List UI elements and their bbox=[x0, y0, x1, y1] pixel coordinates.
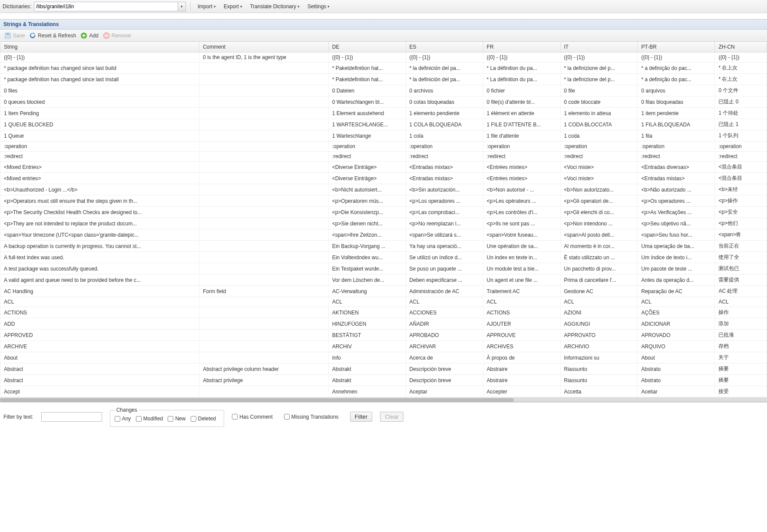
cell-string[interactable]: <Mixed Entries> bbox=[0, 162, 199, 173]
cell-string[interactable]: * package definition has changed since l… bbox=[0, 74, 199, 85]
cell-it[interactable]: <b>Non autorizzato... bbox=[560, 184, 638, 195]
cell-it[interactable]: :operation bbox=[560, 142, 638, 152]
cell-fr[interactable]: 1 file d'attente bbox=[483, 130, 560, 142]
cell-es[interactable]: 0 archivos bbox=[406, 85, 483, 96]
cell-zh[interactable]: 存档 bbox=[715, 341, 767, 352]
cell-string[interactable]: APPROVED bbox=[0, 330, 199, 341]
cell-fr[interactable]: Un agent et une file ... bbox=[483, 274, 560, 286]
col-comment[interactable]: Comment bbox=[199, 42, 328, 53]
cell-string[interactable]: 0 queues blocked bbox=[0, 96, 199, 108]
cell-comment[interactable]: Form field bbox=[199, 286, 328, 297]
cell-fr[interactable]: À propos de bbox=[483, 352, 560, 363]
cell-it[interactable]: <span>Al posto dell... bbox=[560, 229, 638, 241]
cell-de[interactable]: 1 WARTESCHLANGE... bbox=[328, 119, 406, 130]
cell-pt[interactable]: <b>Não autorizado ... bbox=[638, 184, 715, 195]
cell-it[interactable]: Gestione AC bbox=[560, 286, 638, 297]
cell-zh[interactable]: 操作 bbox=[715, 307, 767, 318]
cell-es[interactable]: Se puso un paquete ... bbox=[406, 263, 483, 274]
cell-pt[interactable]: 1 item pendente bbox=[638, 108, 715, 119]
cell-de[interactable]: ACL bbox=[328, 297, 406, 307]
cell-de[interactable]: AKTIONEN bbox=[328, 307, 406, 318]
cell-fr[interactable]: APPROUVE bbox=[483, 330, 560, 341]
table-row[interactable]: <p>They are not intended to replace the … bbox=[0, 218, 767, 229]
cell-pt[interactable]: ADICIONAR bbox=[638, 318, 715, 330]
cell-comment[interactable] bbox=[199, 119, 328, 130]
cell-fr[interactable]: <p>Ils ne sont pas ... bbox=[483, 218, 560, 229]
cell-zh[interactable]: 1 个待处 bbox=[715, 108, 767, 119]
cell-pt[interactable]: Antes da operação d... bbox=[638, 274, 715, 286]
cell-fr[interactable]: * La définition du pa... bbox=[483, 63, 560, 74]
cell-zh[interactable]: <p>操作 bbox=[715, 195, 767, 207]
cell-pt[interactable]: ACL bbox=[638, 297, 715, 307]
cell-es[interactable]: Acerca de bbox=[406, 352, 483, 363]
settings-menu[interactable]: Settings▾ bbox=[305, 2, 332, 11]
cell-comment[interactable] bbox=[199, 297, 328, 307]
cell-es[interactable]: ACL bbox=[406, 297, 483, 307]
cell-zh[interactable]: AC 处理 bbox=[715, 286, 767, 297]
table-row[interactable]: ADDHINZUFÜGENAÑADIRAJOUTERAGGIUNGIADICIO… bbox=[0, 318, 767, 330]
cell-zh[interactable]: 已阻止 0 bbox=[715, 96, 767, 108]
cell-it[interactable]: Un pacchetto di prov... bbox=[560, 263, 638, 274]
cell-es[interactable]: AÑADIR bbox=[406, 318, 483, 330]
changes-new-checkbox[interactable] bbox=[168, 416, 173, 422]
cell-comment[interactable] bbox=[199, 218, 328, 229]
cell-it[interactable]: <p>Gli elenchi di co... bbox=[560, 207, 638, 218]
cell-zh[interactable]: <p>安全 bbox=[715, 207, 767, 218]
cell-comment[interactable] bbox=[199, 386, 328, 397]
cell-string[interactable]: Abstract bbox=[0, 363, 199, 375]
cell-zh[interactable]: 1 个队列 bbox=[715, 130, 767, 142]
cell-es[interactable]: Se utilizó un índice d... bbox=[406, 252, 483, 263]
cell-it[interactable]: È stato utilizzato un ... bbox=[560, 252, 638, 263]
table-row[interactable]: 1 Item Pending1 Element ausstehend1 elem… bbox=[0, 108, 767, 119]
cell-fr[interactable]: Abstraire bbox=[483, 363, 560, 375]
cell-de[interactable]: Abstrakt bbox=[328, 363, 406, 375]
cell-it[interactable]: * la definizione del p... bbox=[560, 74, 638, 85]
cell-zh[interactable]: <b>未经 bbox=[715, 184, 767, 195]
cell-fr[interactable]: 1 FILE D'ATTENTE B... bbox=[483, 119, 560, 130]
cell-de[interactable]: ({0} - {1}) bbox=[328, 53, 406, 63]
missing-translations-checkbox[interactable] bbox=[284, 414, 290, 420]
has-comment-checkbox[interactable] bbox=[232, 414, 238, 420]
cell-string[interactable]: 1 Item Pending bbox=[0, 108, 199, 119]
cell-comment[interactable] bbox=[199, 229, 328, 241]
clear-button[interactable]: Clear bbox=[380, 412, 403, 422]
cell-string[interactable]: ADD bbox=[0, 318, 199, 330]
table-row[interactable]: :operation:operation:operation:operation… bbox=[0, 142, 767, 152]
cell-comment[interactable] bbox=[199, 173, 328, 184]
cell-fr[interactable]: :operation bbox=[483, 142, 560, 152]
col-pt[interactable]: PT-BR bbox=[638, 42, 715, 53]
cell-comment[interactable] bbox=[199, 263, 328, 274]
cell-pt[interactable]: <Entradas mistas> bbox=[638, 173, 715, 184]
cell-de[interactable]: :operation bbox=[328, 142, 406, 152]
cell-comment[interactable] bbox=[199, 85, 328, 96]
cell-es[interactable]: APROBADO bbox=[406, 330, 483, 341]
cell-es[interactable]: ({0} - {1}) bbox=[406, 53, 483, 63]
cell-string[interactable]: A test package was successfully queued. bbox=[0, 263, 199, 274]
cell-pt[interactable]: Abstrato bbox=[638, 363, 715, 375]
cell-pt[interactable]: <p>Os operadores ... bbox=[638, 195, 715, 207]
add-button[interactable]: Add bbox=[80, 32, 98, 39]
cell-it[interactable]: ACL bbox=[560, 297, 638, 307]
cell-es[interactable]: * la definición del pa... bbox=[406, 74, 483, 85]
table-row[interactable]: AboutInfoAcerca deÀ propos deInformazion… bbox=[0, 352, 767, 363]
cell-es[interactable]: <span>Se utilizará s... bbox=[406, 229, 483, 241]
cell-pt[interactable]: Abstrato bbox=[638, 375, 715, 386]
cell-de[interactable]: Annehmen bbox=[328, 386, 406, 397]
table-row[interactable]: <b>Unauthorized - Login ...</b><b>Nicht … bbox=[0, 184, 767, 195]
cell-pt[interactable]: * a definição do pac... bbox=[638, 63, 715, 74]
cell-es[interactable]: Ya hay una operació... bbox=[406, 241, 483, 252]
table-row[interactable]: <Mixed Entries><Diverse Einträge><Entrad… bbox=[0, 162, 767, 173]
cell-es[interactable]: Deben especificarse ... bbox=[406, 274, 483, 286]
cell-es[interactable]: ACCIONES bbox=[406, 307, 483, 318]
cell-zh[interactable]: 已阻止 1 bbox=[715, 119, 767, 130]
cell-string[interactable]: * package definition has changed since l… bbox=[0, 63, 199, 74]
table-row[interactable]: AbstractAbstract privilege column header… bbox=[0, 363, 767, 375]
horizontal-scrollbar[interactable] bbox=[0, 398, 767, 402]
table-row[interactable]: ACLACLACLACLACLACLACL bbox=[0, 297, 767, 307]
cell-string[interactable]: <p>Operators must still ensure that the … bbox=[0, 195, 199, 207]
cell-comment[interactable] bbox=[199, 152, 328, 162]
cell-fr[interactable]: Un module test a bie... bbox=[483, 263, 560, 274]
cell-pt[interactable]: Aceitar bbox=[638, 386, 715, 397]
cell-fr[interactable]: Abstraire bbox=[483, 375, 560, 386]
col-it[interactable]: IT bbox=[560, 42, 638, 53]
